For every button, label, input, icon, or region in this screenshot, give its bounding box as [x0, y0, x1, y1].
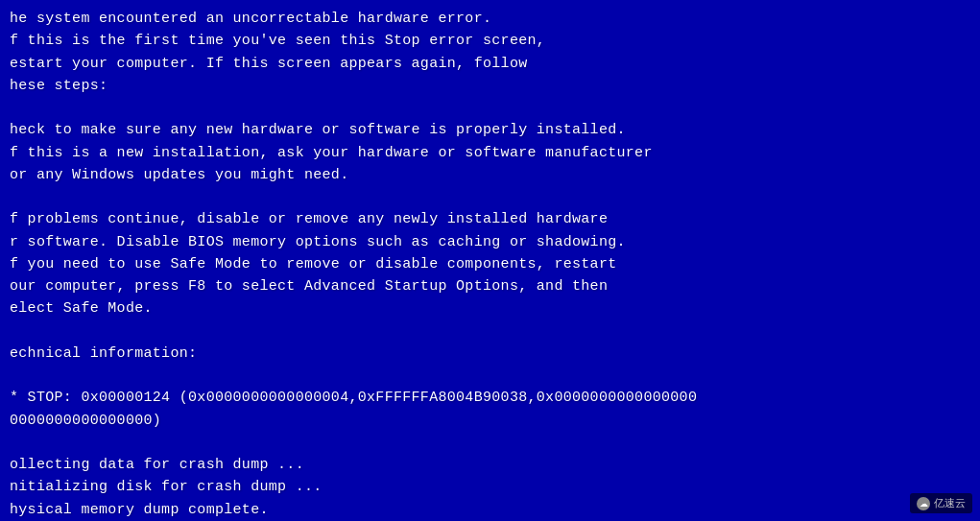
watermark-label: 亿速云 — [934, 496, 966, 510]
bsod-screen: he system encountered an uncorrectable h… — [0, 0, 980, 521]
watermark: ☁ 亿速云 — [910, 493, 972, 513]
bsod-text-content: he system encountered an uncorrectable h… — [0, 0, 980, 521]
watermark-icon: ☁ — [917, 497, 930, 510]
